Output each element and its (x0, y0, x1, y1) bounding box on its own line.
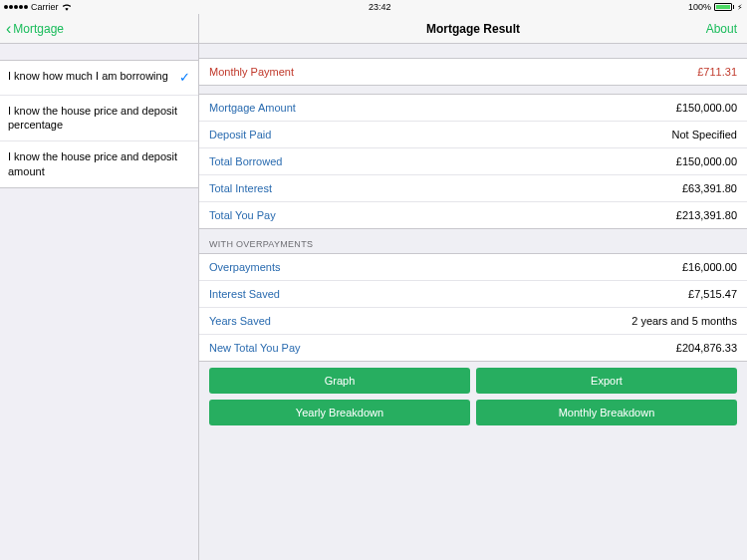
row-interest-saved: Interest Saved £7,515.47 (199, 281, 747, 308)
row-label: Interest Saved (209, 288, 280, 300)
main-panel: Mortgage Result About Monthly Payment £7… (199, 14, 747, 560)
sidebar-item-label: I know how much I am borrowing (8, 69, 179, 84)
content-scroll[interactable]: Monthly Payment £711.31 Mortgage Amount … (199, 44, 747, 560)
row-label: New Total You Pay (209, 342, 301, 354)
row-label: Years Saved (209, 315, 271, 327)
row-value: £204,876.33 (676, 342, 737, 354)
back-label: Mortgage (13, 22, 64, 36)
monthly-breakdown-button[interactable]: Monthly Breakdown (476, 400, 737, 425)
battery-icon (714, 3, 734, 11)
row-value: Not Specified (672, 129, 737, 140)
row-deposit-paid: Deposit Paid Not Specified (199, 122, 747, 148)
row-monthly-payment: Monthly Payment £711.31 (199, 59, 747, 85)
yearly-breakdown-button[interactable]: Yearly Breakdown (209, 400, 470, 425)
wifi-icon (62, 3, 72, 11)
row-value: £213,391.80 (676, 209, 737, 221)
row-total-interest: Total Interest £63,391.80 (199, 175, 747, 202)
row-value: £711.31 (697, 66, 737, 78)
row-value: £63,391.80 (682, 182, 737, 194)
status-right: 100% ⚡︎ (688, 2, 743, 12)
row-value: £150,000.00 (676, 155, 737, 167)
row-years-saved: Years Saved 2 years and 5 months (199, 308, 747, 335)
chevron-left-icon: ‹ (6, 21, 11, 37)
row-label: Total Interest (209, 182, 272, 194)
row-new-total: New Total You Pay £204,876.33 (199, 335, 747, 361)
main-header: Mortgage Result About (199, 14, 747, 44)
export-button[interactable]: Export (476, 368, 737, 394)
row-value: £7,515.47 (688, 288, 737, 300)
button-grid: Graph Export Yearly Breakdown Monthly Br… (199, 362, 747, 431)
status-left: Carrier (4, 2, 72, 12)
row-label: Total You Pay (209, 209, 276, 221)
row-value: £16,000.00 (682, 261, 737, 273)
summary-group: Mortgage Amount £150,000.00 Deposit Paid… (199, 94, 747, 229)
row-label: Deposit Paid (209, 129, 271, 140)
row-overpayments: Overpayments £16,000.00 (199, 254, 747, 281)
carrier-label: Carrier (31, 2, 59, 12)
sidebar-list: I know how much I am borrowing ✓ I know … (0, 60, 198, 188)
overpayments-header: WITH OVERPAYMENTS (199, 229, 747, 253)
graph-button[interactable]: Graph (209, 368, 470, 394)
back-button[interactable]: ‹ Mortgage (6, 21, 64, 37)
overpayments-group: Overpayments £16,000.00 Interest Saved £… (199, 253, 747, 362)
check-icon: ✓ (179, 69, 190, 87)
about-button[interactable]: About (706, 22, 737, 36)
row-value: £150,000.00 (676, 102, 737, 114)
battery-pct: 100% (688, 2, 711, 12)
sidebar-item-label: I know the house price and deposit amoun… (8, 149, 190, 179)
row-label: Overpayments (209, 261, 281, 273)
row-label: Mortgage Amount (209, 102, 296, 114)
page-title: Mortgage Result (426, 22, 520, 36)
sidebar-item-deposit-pct[interactable]: I know the house price and deposit perce… (0, 96, 198, 142)
charging-icon: ⚡︎ (737, 3, 743, 12)
row-total-borrowed: Total Borrowed £150,000.00 (199, 148, 747, 175)
row-label: Total Borrowed (209, 155, 282, 167)
status-time: 23:42 (369, 2, 391, 12)
row-total-you-pay: Total You Pay £213,391.80 (199, 202, 747, 228)
row-label: Monthly Payment (209, 66, 294, 78)
sidebar: ‹ Mortgage I know how much I am borrowin… (0, 14, 199, 560)
sidebar-item-borrowing[interactable]: I know how much I am borrowing ✓ (0, 61, 198, 96)
monthly-payment-group: Monthly Payment £711.31 (199, 58, 747, 86)
row-mortgage-amount: Mortgage Amount £150,000.00 (199, 95, 747, 122)
signal-icon (4, 5, 28, 9)
row-value: 2 years and 5 months (631, 315, 737, 327)
sidebar-item-label: I know the house price and deposit perce… (8, 104, 190, 134)
sidebar-item-deposit-amount[interactable]: I know the house price and deposit amoun… (0, 141, 198, 187)
sidebar-header: ‹ Mortgage (0, 14, 198, 44)
status-bar: Carrier 23:42 100% ⚡︎ (0, 0, 747, 14)
